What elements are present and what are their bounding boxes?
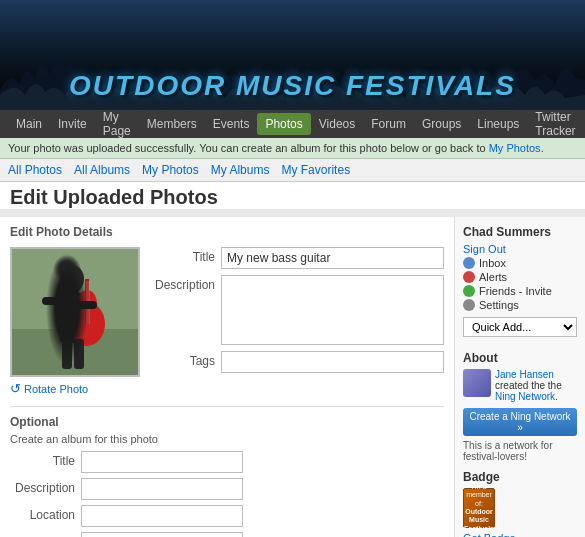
description-input[interactable] (221, 275, 444, 345)
rotate-photo-link[interactable]: ↺ Rotate Photo (10, 381, 140, 396)
sidebar-friends[interactable]: Friends - Invite (463, 285, 577, 297)
optional-form: Title Description Location Tags (10, 451, 230, 537)
nav-mypage[interactable]: My Page (95, 106, 139, 142)
album-title-row: Title (10, 451, 230, 473)
tags-label: Tags (150, 351, 215, 368)
svg-rect-12 (62, 339, 72, 369)
photo-thumbnail (10, 247, 140, 377)
nav-twitter[interactable]: Twitter Tracker (527, 106, 583, 142)
svg-rect-0 (12, 249, 140, 377)
ning-note: This is a network for festival-lovers! (463, 440, 577, 462)
main-container: Edit Photo Details (0, 217, 585, 537)
rotate-icon: ↺ (10, 381, 21, 396)
notif-suffix: . (541, 142, 544, 154)
sign-out-link[interactable]: Sign Out (463, 243, 577, 255)
badge-image: I'm a member of: Outdoor Music Festivals (463, 488, 495, 528)
subnav-my-favorites[interactable]: My Favorites (281, 163, 350, 177)
svg-rect-13 (74, 339, 84, 369)
nav-invite[interactable]: Invite (50, 113, 95, 135)
about-avatar (463, 369, 491, 397)
optional-section: Optional Create an album for this photo … (10, 406, 444, 537)
sidebar-inbox[interactable]: Inbox (463, 257, 577, 269)
badge-item: I'm a member of: Outdoor Music Festivals (463, 488, 577, 528)
settings-label: Settings (479, 299, 519, 311)
about-created-text: created the (495, 380, 545, 391)
album-tags-row: Tags (10, 532, 230, 537)
sub-nav: All Photos All Albums My Photos My Album… (0, 159, 585, 182)
photo-details-row: ↺ Rotate Photo Title Description (10, 247, 444, 396)
album-description-input[interactable] (81, 478, 243, 500)
description-label: Description (150, 275, 215, 292)
about-title: About (463, 351, 577, 365)
album-location-input[interactable] (81, 505, 243, 527)
subnav-my-albums[interactable]: My Albums (211, 163, 270, 177)
nav-forum[interactable]: Forum (363, 113, 414, 135)
svg-point-6 (77, 290, 97, 318)
notif-text: Your photo was uploaded successfully. Yo… (8, 142, 489, 154)
svg-rect-7 (85, 279, 89, 324)
settings-icon (463, 299, 475, 311)
tags-input[interactable] (221, 351, 444, 373)
inbox-label: Inbox (479, 257, 506, 269)
svg-rect-2 (12, 249, 140, 329)
app-container: OUTDOOR MUSIC FESTIVALS Main Invite My P… (0, 0, 585, 537)
album-tags-input[interactable] (81, 532, 243, 537)
album-location-row: Location (10, 505, 230, 527)
nav-videos[interactable]: Videos (311, 113, 363, 135)
nav-members[interactable]: Members (139, 113, 205, 135)
inbox-icon (463, 257, 475, 269)
quick-add-select[interactable]: Quick Add... (463, 317, 577, 337)
page-title-area: Edit Uploaded Photos (0, 182, 585, 209)
about-user: Jane Hansen created the the Ning Network… (463, 369, 577, 402)
main-nav: Main Invite My Page Members Events Photo… (0, 110, 585, 138)
content-area: Edit Photo Details (0, 217, 455, 537)
album-description-label: Description (10, 478, 75, 495)
about-text: Jane Hansen created the the Ning Network… (495, 369, 577, 402)
sidebar-settings[interactable]: Settings (463, 299, 577, 311)
album-description-row: Description (10, 478, 230, 500)
album-title-input[interactable] (81, 451, 243, 473)
friends-label: Friends - Invite (479, 285, 552, 297)
album-tags-label: Tags (10, 532, 75, 537)
friends-icon (463, 285, 475, 297)
optional-title: Optional (10, 415, 444, 429)
subnav-all-photos[interactable]: All Photos (8, 163, 62, 177)
main-layout: Edit Photo Details (0, 217, 585, 537)
svg-point-3 (60, 265, 84, 293)
nav-main[interactable]: Main (8, 113, 50, 135)
create-ning-button[interactable]: Create a Ning Network » (463, 408, 577, 436)
nav-groups[interactable]: Groups (414, 113, 469, 135)
nav-photos[interactable]: Photos (257, 113, 310, 135)
tags-row: Tags (150, 351, 444, 373)
photo-form: Title Description Tags (150, 247, 444, 396)
description-row: Description (150, 275, 444, 345)
photo-image (12, 249, 140, 377)
sidebar-alerts[interactable]: Alerts (463, 271, 577, 283)
alerts-label: Alerts (479, 271, 507, 283)
subnav-my-photos[interactable]: My Photos (142, 163, 199, 177)
nav-events[interactable]: Events (205, 113, 258, 135)
my-photos-link[interactable]: My Photos (489, 142, 541, 154)
svg-rect-11 (77, 301, 97, 309)
about-user-link[interactable]: Jane Hansen (495, 369, 554, 380)
sidebar: Chad Summers Sign Out Inbox Alerts Frien… (455, 217, 585, 537)
nav-lineups[interactable]: Lineups (469, 113, 527, 135)
about-network-link[interactable]: Ning Network (495, 391, 555, 402)
sidebar-username: Chad Summers (463, 225, 577, 239)
title-label: Title (150, 247, 215, 264)
album-title-label: Title (10, 451, 75, 468)
rotate-label: Rotate Photo (24, 383, 88, 395)
get-badge-link[interactable]: Get Badge (463, 532, 577, 537)
svg-point-5 (69, 302, 105, 346)
svg-rect-10 (42, 297, 67, 305)
section-title: Edit Photo Details (10, 225, 444, 239)
badge-member-text: I'm a member of: (466, 483, 492, 507)
title-input[interactable] (221, 247, 444, 269)
svg-rect-4 (60, 293, 84, 343)
photo-thumb-area: ↺ Rotate Photo (10, 247, 140, 396)
subnav-all-albums[interactable]: All Albums (74, 163, 130, 177)
title-row: Title (150, 247, 444, 269)
optional-subtitle: Create an album for this photo (10, 433, 444, 445)
svg-rect-1 (12, 249, 140, 377)
badge-network-name: Outdoor Music Festivals (464, 508, 494, 532)
